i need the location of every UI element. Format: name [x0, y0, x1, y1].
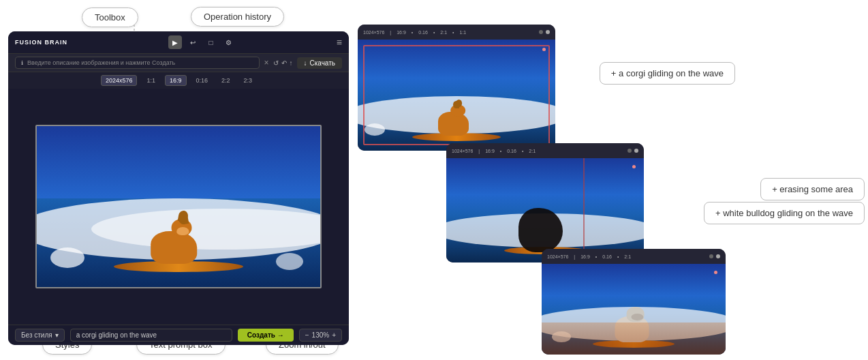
hist-2-info: 1024×576 | 16:9 • 0.16 • 2:1 — [452, 149, 638, 153]
hist-3-controls — [709, 254, 720, 258]
zoom-controls: − 130% + — [299, 329, 342, 342]
create-label: Создать → — [247, 331, 284, 339]
style-dropdown[interactable]: Без стиля ▾ — [15, 329, 65, 342]
hist-3-info: 1024×576 | 16:9 • 0.16 • 2:1 — [547, 254, 720, 259]
bulldog-prompt-annotation: + white bulldog gliding on the wave — [704, 202, 865, 224]
history-item-2[interactable]: 1024×576 | 16:9 • 0.16 • 2:1 — [446, 143, 644, 262]
ar-option-22[interactable]: 2:2 — [217, 76, 234, 85]
download-label: Скачать — [310, 59, 336, 67]
image-area[interactable] — [8, 89, 349, 325]
settings-button[interactable]: ⚙ — [221, 35, 235, 49]
download-button[interactable]: ↓ Скачать — [297, 57, 343, 69]
prompt-close-icon[interactable]: × — [264, 58, 268, 68]
operation-history-label: Operation history — [191, 7, 284, 27]
brand-label: FUSION BRAIN — [15, 39, 67, 46]
history-item-3[interactable]: 1024×576 | 16:9 • 0.16 • 2:1 — [542, 249, 726, 355]
zoom-minus-button[interactable]: − — [305, 331, 309, 339]
undo-button[interactable]: ↩ — [186, 35, 200, 49]
aspect-ratio-bar: 2024x576 1:1 16:9 0:16 2:2 2:3 — [8, 72, 349, 89]
zoom-plus-button[interactable]: + — [332, 331, 336, 339]
editor-topbar: FUSION BRAIN ▶ ↩ □ ⚙ ≡ — [8, 31, 349, 54]
ar-option-23[interactable]: 2:3 — [240, 76, 257, 85]
hist-2-controls — [627, 149, 638, 153]
ar-option-size[interactable]: 2024x576 — [101, 75, 138, 86]
chevron-down-icon: ▾ — [55, 331, 59, 339]
play-button[interactable]: ▶ — [168, 35, 182, 49]
corgi-prompt-annotation: + a corgi gliding on the wave — [600, 62, 735, 85]
style-value: Без стиля — [21, 331, 52, 339]
prompt-placeholder: Введите описание изображения и нажмите С… — [27, 59, 175, 66]
hist-1-controls — [539, 30, 550, 34]
prompt-bar: ℹ Введите описание изображения и нажмите… — [8, 54, 349, 72]
hist-1-info: 1024×576 | 16:9 • 0.16 • 2:1 • 1:1 — [363, 30, 550, 35]
history-item-1[interactable]: 1024×576 | 16:9 • 0.16 • 2:1 • 1:1 — [358, 25, 555, 151]
ar-option-016[interactable]: 0:16 — [192, 76, 213, 85]
bottom-bar: Без стиля ▾ Создать → − 130% + — [8, 325, 349, 345]
hist-3-topbar: 1024×576 | 16:9 • 0.16 • 2:1 — [542, 249, 726, 264]
ar-option-169[interactable]: 16:9 — [165, 75, 187, 86]
zoom-value: 130% — [312, 331, 330, 339]
toolbox-label: Toolbox — [82, 7, 138, 27]
erasing-annotation: + erasing some area — [760, 178, 865, 200]
create-button[interactable]: Создать → — [238, 329, 294, 342]
image-canvas — [35, 125, 322, 288]
hist-2-topbar: 1024×576 | 16:9 • 0.16 • 2:1 — [446, 143, 644, 158]
menu-icon[interactable]: ≡ — [337, 37, 342, 48]
text-prompt-input[interactable] — [70, 329, 232, 342]
prompt-input-area[interactable]: ℹ Введите описание изображения и нажмите… — [15, 57, 260, 69]
ar-option-11[interactable]: 1:1 — [142, 76, 159, 85]
editor-panel: FUSION BRAIN ▶ ↩ □ ⚙ ≡ ℹ Введите описани… — [8, 31, 349, 345]
toolbar-icons: ▶ ↩ □ ⚙ — [168, 35, 235, 49]
hist-1-size: 1024×576 — [363, 30, 384, 35]
hist-1-topbar: 1024×576 | 16:9 • 0.16 • 2:1 • 1:1 — [358, 25, 555, 40]
download-icon: ↓ — [304, 59, 307, 67]
save-button[interactable]: □ — [204, 35, 217, 49]
